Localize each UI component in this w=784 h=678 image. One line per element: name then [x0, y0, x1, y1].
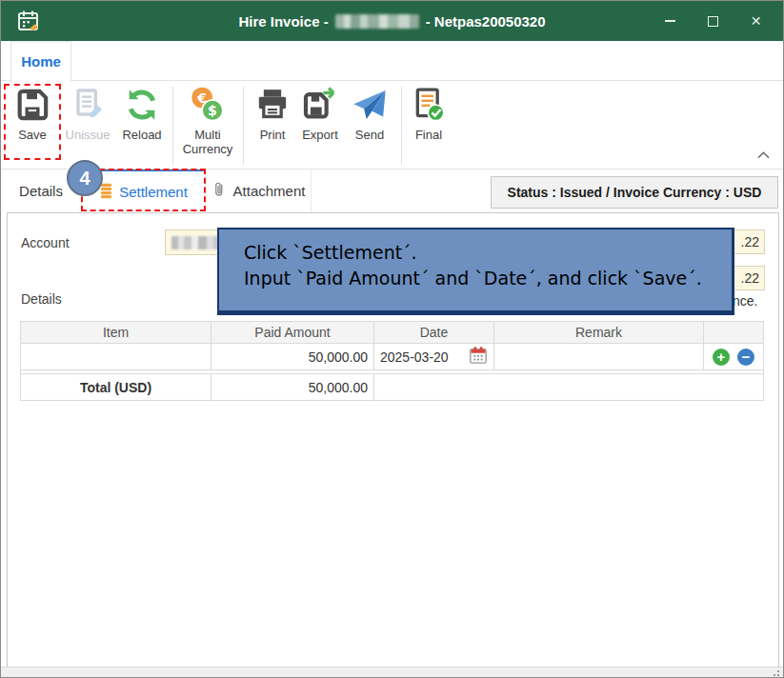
table-header-row: Item Paid Amount Date Remark — [21, 322, 764, 344]
ribbon-button-label: Send — [355, 128, 384, 142]
annotation-highlight-save — [4, 84, 61, 160]
unissue-icon — [68, 85, 108, 125]
ribbon-button-label: Export — [302, 128, 338, 142]
tooltip-line: Click `Settlement´. — [244, 240, 732, 266]
settlement-table: Item Paid Amount Date Remark 50,000.00 2… — [20, 321, 764, 401]
unissue-button[interactable]: Unissue — [60, 85, 115, 142]
export-icon — [300, 85, 340, 125]
window-controls: ✕ — [649, 1, 777, 41]
redacted-title-text — [335, 14, 419, 29]
remark-cell[interactable] — [494, 344, 704, 370]
ribbon-button-label: Final — [415, 128, 442, 142]
final-button[interactable]: Final — [407, 85, 451, 142]
reload-icon — [122, 85, 162, 125]
remove-row-button[interactable]: − — [737, 349, 754, 366]
tab-attachment[interactable]: Attachment — [207, 170, 312, 212]
svg-text:$: $ — [208, 103, 217, 118]
ribbon-separator — [172, 87, 173, 165]
tab-label: Details — [19, 183, 63, 199]
resize-grip[interactable] — [769, 667, 780, 676]
multi-currency-icon: € $ — [188, 85, 228, 125]
close-icon: ✕ — [751, 14, 762, 28]
annotation-step-badge: 4 — [67, 160, 103, 196]
header-actions — [704, 322, 764, 344]
header-item: Item — [21, 322, 211, 344]
ribbon: Save Unissue — [1, 81, 783, 170]
collapse-ribbon-button[interactable] — [754, 148, 772, 163]
final-icon — [409, 85, 449, 125]
table-row: 50,000.00 2025-03-20 — [21, 344, 764, 370]
total-label: Total (USD) — [21, 374, 211, 401]
minimize-icon — [665, 20, 675, 22]
details-section-label: Details — [21, 291, 62, 307]
table-total-row: Total (USD) 50,000.00 — [21, 374, 764, 401]
tooltip-line: Input `Paid Amount´ and `Date´, and clic… — [244, 266, 732, 291]
calendar-icon — [469, 346, 488, 365]
header-remark: Remark — [494, 322, 704, 344]
header-date: Date — [374, 322, 494, 344]
close-button[interactable]: ✕ — [734, 1, 777, 41]
window-title-suffix: - Netpas20050320 — [426, 13, 546, 30]
ribbon-button-label: Multi Currency — [178, 128, 237, 156]
paid-amount-cell[interactable]: 50,000.00 — [211, 344, 374, 370]
multi-currency-button[interactable]: € $ Multi Currency — [178, 85, 237, 156]
maximize-button[interactable] — [692, 1, 734, 41]
annotation-tooltip: Click `Settlement´. Input `Paid Amount´ … — [217, 228, 734, 315]
ribbon-tab-strip: Home — [1, 41, 783, 81]
amount-fragment: .22 — [741, 270, 759, 286]
send-button[interactable]: Send — [346, 85, 393, 142]
app-window: Hire Invoice - - Netpas20050320 ✕ Home S — [0, 0, 784, 678]
ribbon-button-label: Unissue — [66, 128, 111, 142]
chevron-up-icon — [757, 151, 770, 159]
reload-button[interactable]: Reload — [115, 85, 169, 142]
ribbon-button-label: Reload — [122, 128, 161, 142]
amount-fragment: .22 — [741, 234, 759, 249]
date-value: 2025-03-20 — [380, 349, 449, 365]
header-paid-amount: Paid Amount — [211, 322, 374, 344]
tab-home[interactable]: Home — [10, 41, 71, 81]
date-picker-button[interactable] — [469, 346, 488, 368]
tab-label: Attachment — [233, 183, 306, 199]
send-icon — [350, 85, 390, 125]
status-badge: Status : Issued / Invoice Currency : USD — [491, 176, 778, 209]
total-paid-amount: 50,000.00 — [211, 374, 374, 401]
ribbon-button-label: Print — [260, 128, 286, 142]
titlebar: Hire Invoice - - Netpas20050320 ✕ — [1, 1, 783, 41]
truncated-note-text: nce. — [733, 293, 757, 309]
ribbon-separator — [243, 87, 244, 165]
add-row-button[interactable]: + — [713, 349, 730, 366]
minimize-button[interactable] — [649, 1, 692, 41]
print-icon — [252, 85, 292, 125]
paperclip-icon — [212, 181, 227, 201]
item-cell[interactable] — [21, 344, 211, 370]
window-title-prefix: Hire Invoice - — [238, 13, 328, 30]
print-button[interactable]: Print — [251, 85, 294, 142]
ribbon-separator — [401, 87, 402, 165]
account-label: Account — [21, 235, 70, 250]
date-cell[interactable]: 2025-03-20 — [374, 344, 494, 370]
window-bottom-edge — [1, 667, 783, 677]
maximize-icon — [708, 16, 718, 27]
total-empty-cell — [374, 374, 764, 401]
row-actions-cell: +− — [704, 344, 764, 370]
export-button[interactable]: Export — [296, 85, 344, 142]
app-icon — [16, 9, 41, 33]
